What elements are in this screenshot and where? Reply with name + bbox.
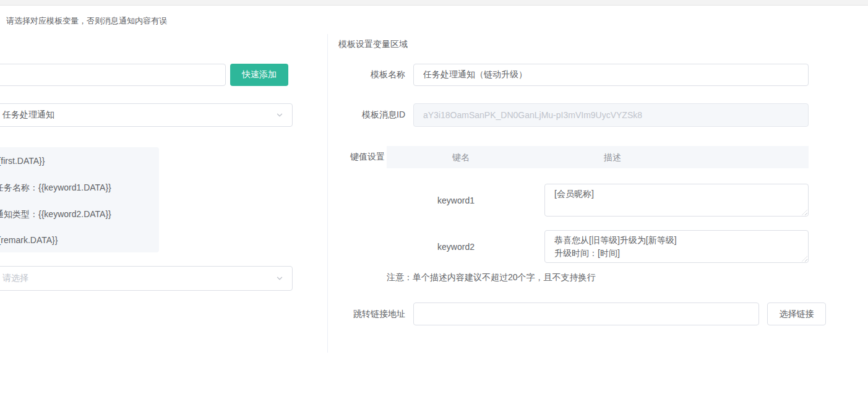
template-name-input[interactable] [413, 64, 809, 86]
variable-line: {{remark.DATA}} [0, 236, 58, 245]
key-name-keyword2: keyword2 [387, 230, 525, 263]
variable-select[interactable]: 请选择 [0, 266, 293, 291]
jump-link-label: 跳转链接地址 [334, 302, 405, 325]
key-name-keyword1: keyword1 [387, 184, 525, 217]
description-textarea-keyword1[interactable] [544, 184, 809, 217]
template-type-select[interactable]: 任务处理通知 [0, 103, 293, 127]
jump-link-input[interactable] [413, 302, 759, 325]
chevron-down-icon [275, 274, 284, 283]
description-field-wrap [544, 184, 809, 217]
variable-preview-box: {{first.DATA}} 任务名称：{{keyword1.DATA}} 通知… [0, 147, 159, 252]
template-name-label: 模板名称 [334, 64, 405, 86]
template-id-input [413, 103, 809, 127]
column-divider [327, 34, 328, 353]
key-value-label: 键值设置 [334, 146, 385, 168]
variable-line: 任务名称：{{keyword1.DATA}} [0, 183, 111, 192]
description-field-wrap [544, 230, 809, 263]
column-header-description: 描述 [575, 146, 650, 168]
notice-text: 请选择对应模板变量，否则消息通知内容有误 [6, 16, 167, 26]
quick-add-input[interactable] [0, 64, 226, 86]
variable-line: {{first.DATA}} [0, 157, 45, 166]
quick-add-button[interactable]: 快速添加 [230, 64, 288, 86]
variable-select-placeholder: 请选择 [2, 273, 275, 284]
section-title: 模板设置变量区域 [338, 39, 408, 49]
chevron-down-icon [275, 111, 284, 119]
top-bar [0, 0, 868, 6]
choose-link-button[interactable]: 选择链接 [767, 302, 826, 325]
column-header-key: 键名 [424, 146, 498, 168]
variable-line: 通知类型：{{keyword2.DATA}} [0, 210, 111, 219]
template-settings-page: 请选择对应模板变量，否则消息通知内容有误 快速添加 任务处理通知 {{first… [0, 0, 868, 399]
template-type-select-value: 任务处理通知 [2, 109, 275, 121]
key-value-table-header: 键名 描述 [387, 146, 809, 168]
description-note: 注意：单个描述内容建议不超过20个字，且不支持换行 [387, 272, 596, 282]
template-id-label: 模板消息ID [334, 103, 405, 127]
description-textarea-keyword2[interactable] [544, 230, 809, 263]
